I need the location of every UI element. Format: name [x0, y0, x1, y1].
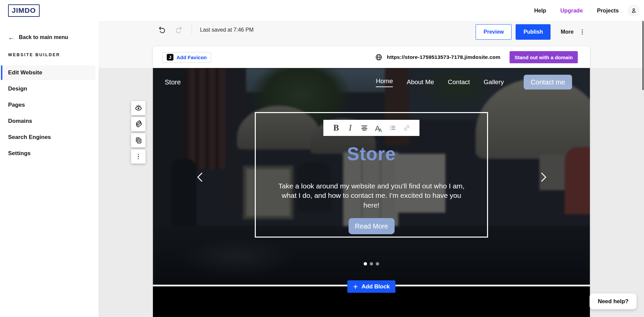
- history-toolbar: Last saved at 7:46 PM: [158, 25, 253, 35]
- site-url[interactable]: https://store-1759513573-7178.jimdosite.…: [387, 54, 500, 60]
- chevron-right-icon: [541, 172, 547, 182]
- hero-title[interactable]: Store: [347, 144, 396, 164]
- hero-body-text[interactable]: Take a look around my website and you'll…: [273, 181, 470, 210]
- style-block-button[interactable]: [131, 117, 146, 131]
- top-links: Help Upgrade Projects: [534, 5, 644, 16]
- slide-dot-2[interactable]: [370, 262, 373, 266]
- list-icon[interactable]: [388, 123, 397, 133]
- redo-icon: [175, 26, 183, 34]
- sidebar-item-pages[interactable]: Pages: [0, 98, 95, 112]
- sidebar-item-edit-website[interactable]: Edit Website: [0, 65, 95, 80]
- favicon-placeholder-icon: J: [167, 54, 173, 61]
- person-icon: [631, 7, 637, 14]
- italic-icon[interactable]: I: [346, 123, 355, 133]
- text-editor-toolbar: B I AA: [323, 120, 419, 136]
- nav-link-home[interactable]: Home: [376, 77, 393, 87]
- sidebar-item-label: Edit Website: [8, 69, 42, 76]
- nav-link-gallery[interactable]: Gallery: [484, 78, 504, 86]
- sidebar-item-domains[interactable]: Domains: [0, 114, 95, 129]
- bold-icon[interactable]: B: [331, 123, 341, 133]
- jimdo-logo[interactable]: JIMDO: [8, 4, 40, 17]
- copy-icon: [134, 136, 143, 144]
- back-to-main-menu[interactable]: ← Back to main menu: [8, 34, 98, 40]
- block-more-button[interactable]: [131, 149, 146, 164]
- style-swatches-icon: [134, 120, 143, 128]
- link-icon[interactable]: [402, 123, 411, 133]
- active-indicator: [1, 65, 2, 80]
- preview-block-button[interactable]: [131, 101, 146, 115]
- block-tools: [131, 101, 146, 164]
- eye-icon: [134, 104, 143, 112]
- more-button[interactable]: More: [559, 29, 575, 35]
- preview-button[interactable]: Preview: [476, 24, 512, 40]
- selected-text-block[interactable]: B I AA: [255, 112, 488, 238]
- contact-me-button[interactable]: Contact me: [524, 75, 572, 90]
- font-style-icon[interactable]: AA: [374, 123, 383, 133]
- projects-link[interactable]: Projects: [597, 7, 619, 14]
- publish-toolbar: Preview Publish More: [476, 24, 583, 40]
- kebab-menu-icon: [138, 154, 139, 160]
- sidebar-item-design[interactable]: Design: [0, 81, 95, 96]
- site-url-bar: J Add Favicon https://store-1759513573-7…: [153, 46, 590, 68]
- back-arrow-icon: ←: [8, 35, 15, 40]
- editor-canvas: Last saved at 7:46 PM Preview Publish Mo…: [98, 21, 644, 317]
- about-me-title: About Me: [153, 315, 590, 317]
- nav-link-about-me[interactable]: About Me: [407, 78, 434, 86]
- sidebar-section-label: WEBSITE BUILDER: [8, 52, 98, 57]
- next-slide-button[interactable]: [541, 172, 547, 182]
- sidebar-item-label: Settings: [8, 150, 31, 156]
- slide-dot-1[interactable]: [364, 262, 367, 266]
- nav-link-contact[interactable]: Contact: [448, 78, 470, 86]
- duplicate-block-button[interactable]: [131, 133, 146, 147]
- add-favicon-label: Add Favicon: [176, 55, 207, 60]
- chevron-left-icon: [197, 172, 203, 182]
- undo-button[interactable]: [158, 26, 166, 34]
- sidebar-item-label: Pages: [8, 102, 25, 108]
- add-block-label: Add Block: [361, 283, 390, 290]
- need-help-button[interactable]: Need help?: [590, 293, 637, 309]
- help-link[interactable]: Help: [534, 7, 546, 14]
- add-favicon-button[interactable]: J Add Favicon: [162, 52, 211, 63]
- sidebar-menu: Edit Website Design Pages Domains Search…: [0, 65, 98, 161]
- sidebar-item-label: Search Engines: [8, 134, 51, 140]
- sidebar-item-label: Domains: [8, 118, 32, 124]
- add-block-button[interactable]: + Add Block: [347, 280, 395, 293]
- site-preview-card: J Add Favicon https://store-1759513573-7…: [153, 46, 590, 317]
- site-logo[interactable]: Store: [165, 78, 181, 86]
- jimdo-builder-app: JIMDO Help Upgrade Projects ← Back to ma…: [0, 0, 644, 317]
- sidebar: ← Back to main menu WEBSITE BUILDER Edit…: [0, 21, 98, 317]
- globe-icon: [375, 54, 383, 61]
- slide-dot-3[interactable]: [376, 262, 379, 266]
- kebab-menu-icon[interactable]: [582, 29, 583, 35]
- slide-indicators: [364, 262, 379, 266]
- hero-section[interactable]: Store Home About Me Contact Gallery Cont…: [153, 68, 590, 285]
- previous-slide-button[interactable]: [197, 172, 203, 182]
- redo-button[interactable]: [175, 26, 183, 34]
- site-nav: Store Home About Me Contact Gallery Cont…: [153, 68, 590, 96]
- sidebar-item-label: Design: [8, 85, 27, 92]
- top-bar: JIMDO Help Upgrade Projects: [0, 0, 644, 21]
- toolbar-divider: [192, 25, 192, 35]
- account-avatar[interactable]: [628, 5, 639, 16]
- read-more-button[interactable]: Read More: [349, 218, 395, 234]
- vertical-scrollbar[interactable]: [642, 21, 644, 90]
- upgrade-link[interactable]: Upgrade: [560, 7, 583, 14]
- url-group: https://store-1759513573-7178.jimdosite.…: [375, 51, 578, 63]
- align-center-icon[interactable]: [360, 123, 369, 133]
- sidebar-item-search-engines[interactable]: Search Engines: [0, 130, 95, 145]
- plus-icon: +: [353, 283, 358, 290]
- undo-icon: [158, 26, 166, 34]
- site-nav-links: Home About Me Contact Gallery: [376, 77, 504, 87]
- domain-upgrade-button[interactable]: Stand out with a domain: [510, 51, 578, 63]
- sidebar-item-settings[interactable]: Settings: [0, 146, 95, 161]
- back-label: Back to main menu: [19, 34, 68, 40]
- last-saved-status: Last saved at 7:46 PM: [200, 27, 253, 33]
- publish-button[interactable]: Publish: [516, 24, 551, 40]
